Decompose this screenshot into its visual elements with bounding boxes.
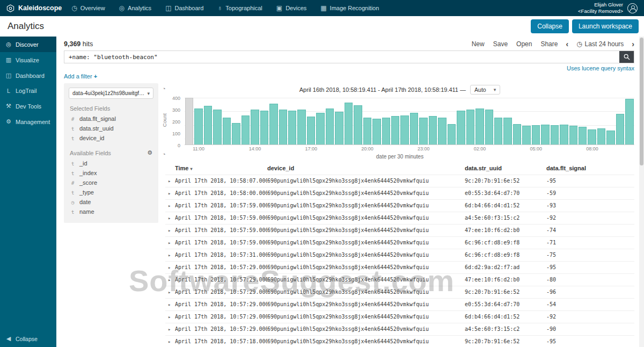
histogram-bar[interactable] [204, 106, 212, 144]
field-item[interactable]: # _score [69, 178, 153, 187]
histogram-bar[interactable] [335, 112, 343, 144]
column-header-data-flt-signal[interactable]: data.flt_signal [546, 165, 634, 171]
collapse-button[interactable]: Collapse [531, 19, 569, 33]
scrollbar-thumb[interactable] [640, 38, 643, 165]
histogram-bar[interactable] [326, 109, 334, 144]
histogram-bar[interactable] [579, 127, 587, 144]
table-row[interactable]: April 17th 2018, 10:57:29.000 690punigwl… [165, 310, 634, 323]
sidebar-item[interactable]: ◫ Dashboard [0, 68, 56, 83]
expand-row-icon[interactable] [165, 227, 175, 233]
index-pattern-selector[interactable]: data-4ui3pekj1z2hs98uwitgfckka-* ▾ [69, 88, 153, 99]
histogram-bar[interactable] [269, 104, 277, 144]
histogram-bar[interactable] [372, 119, 380, 144]
histogram-bar[interactable] [307, 117, 315, 144]
histogram-bar[interactable] [448, 124, 456, 144]
field-item[interactable]: # data.flt_signal [69, 114, 153, 124]
top-nav-item[interactable]: ◎ Analytics [119, 4, 152, 12]
toolbar-action[interactable]: Save [493, 40, 508, 48]
expand-row-icon[interactable] [165, 215, 175, 221]
table-row[interactable]: April 17th 2018, 10:57:29.000 690punigwl… [165, 273, 634, 286]
histogram-bar[interactable] [625, 99, 633, 144]
histogram-bar[interactable] [494, 118, 502, 144]
toolbar-action[interactable]: Share [540, 40, 558, 48]
histogram-bar[interactable] [560, 125, 568, 144]
app-logo[interactable]: Kaleidoscope [6, 4, 62, 12]
histogram-bar[interactable] [429, 116, 437, 144]
column-header-device-id[interactable]: device_id [267, 165, 465, 171]
sidebar-item[interactable]: ▥ Visualize [0, 52, 56, 68]
expand-row-icon[interactable] [165, 338, 175, 344]
field-item[interactable]: t _index [69, 168, 153, 178]
expand-row-icon[interactable] [165, 326, 175, 332]
field-item[interactable]: ◷ date [69, 197, 153, 207]
histogram-bar[interactable] [279, 110, 287, 144]
histogram-bar[interactable] [297, 110, 305, 144]
sidebar-item[interactable]: L LogTrail [0, 83, 56, 98]
histogram-bar[interactable] [382, 118, 390, 144]
sidebar-item[interactable]: ◎ Discover [0, 37, 56, 52]
table-inspect-icon[interactable]: ◔ [162, 151, 166, 157]
expand-row-icon[interactable] [165, 289, 175, 295]
table-row[interactable]: April 17th 2018, 10:57:59.000 690punigwl… [165, 212, 634, 224]
table-row[interactable]: April 17th 2018, 10:57:29.000 690punigwl… [165, 298, 634, 310]
expand-row-icon[interactable] [165, 301, 175, 307]
histogram-bar[interactable] [232, 123, 240, 144]
histogram-bar[interactable] [391, 116, 399, 144]
histogram-bar[interactable] [616, 114, 624, 144]
expand-row-icon[interactable] [165, 240, 175, 245]
field-item[interactable]: t _type [69, 187, 153, 197]
field-settings-gear-icon[interactable]: ⚙ [147, 149, 152, 156]
table-row[interactable]: April 17th 2018, 10:57:31.000 690punigwl… [165, 249, 634, 261]
sidebar-collapse-button[interactable]: ◀ Collapse [0, 330, 56, 347]
add-filter-link[interactable]: Add a filter + [64, 73, 97, 79]
histogram-bar[interactable] [485, 110, 493, 144]
table-row[interactable]: April 17th 2018, 10:57:18.000 690punigwl… [165, 335, 634, 347]
expand-row-icon[interactable] [165, 190, 175, 196]
histogram-bar[interactable] [597, 128, 605, 144]
toolbar-action[interactable]: New [472, 40, 485, 48]
histogram-bar[interactable] [241, 115, 250, 144]
field-item[interactable]: t name [69, 207, 153, 216]
user-menu[interactable]: Elijah Glover <Facility Removed> [578, 2, 638, 15]
time-range-picker[interactable]: ◷ Last 24 hours [576, 40, 624, 48]
table-row[interactable]: April 17th 2018, 10:58:07.000 690punigwl… [165, 175, 634, 187]
histogram-bar[interactable] [522, 126, 530, 144]
histogram-bar[interactable] [213, 110, 221, 144]
histogram-bar[interactable] [588, 129, 596, 144]
histogram-bar[interactable] [466, 110, 474, 144]
top-nav-item[interactable]: ▦ Image Recognition [320, 4, 379, 12]
top-nav-item[interactable]: ♁ Topographical [217, 4, 262, 12]
top-nav-item[interactable]: ◫ Dashboard [165, 4, 203, 12]
table-row[interactable]: April 17th 2018, 10:57:59.000 690punigwl… [165, 199, 634, 212]
expand-row-icon[interactable] [165, 178, 175, 184]
histogram-bar[interactable] [288, 111, 296, 144]
histogram-bar[interactable] [185, 98, 193, 144]
table-row[interactable]: April 17th 2018, 10:57:59.000 690punigwl… [165, 224, 634, 236]
field-item[interactable]: t device_id [69, 133, 153, 143]
top-nav-item[interactable]: ◷ Overview [71, 4, 105, 12]
field-item[interactable]: t _id [69, 158, 153, 168]
time-back-button[interactable]: ‹ [566, 40, 568, 48]
histogram-bar[interactable] [457, 111, 465, 144]
column-header-time[interactable]: Time ▾ [175, 165, 267, 171]
histogram-bar[interactable] [316, 113, 324, 144]
histogram-bar[interactable] [551, 125, 559, 144]
sidebar-item[interactable]: ⚒ Dev Tools [0, 98, 56, 114]
column-header-data-str-uuid[interactable]: data.str_uuid [465, 165, 546, 171]
histogram-bar[interactable] [400, 115, 408, 144]
histogram-bar[interactable] [260, 111, 268, 144]
expand-row-icon[interactable] [165, 314, 175, 320]
table-row[interactable]: April 17th 2018, 10:57:29.000 690punigwl… [165, 323, 634, 335]
histogram-bar[interactable] [251, 110, 259, 144]
top-nav-item[interactable]: ▣ Devices [276, 4, 306, 12]
table-row[interactable]: April 17th 2018, 10:57:59.000 690punigwl… [165, 236, 634, 249]
histogram-bar[interactable] [194, 109, 202, 144]
histogram-bar[interactable] [438, 118, 446, 144]
histogram-bar[interactable] [503, 118, 511, 144]
lucene-syntax-link[interactable]: Uses lucene query syntax [567, 65, 634, 71]
table-row[interactable]: April 17th 2018, 10:57:29.000 690punigwl… [165, 286, 634, 298]
histogram-bar[interactable] [410, 113, 418, 144]
interval-select[interactable]: Auto ▾ [470, 85, 500, 95]
histogram-bar[interactable] [354, 105, 362, 144]
histogram-bar[interactable] [569, 126, 577, 144]
